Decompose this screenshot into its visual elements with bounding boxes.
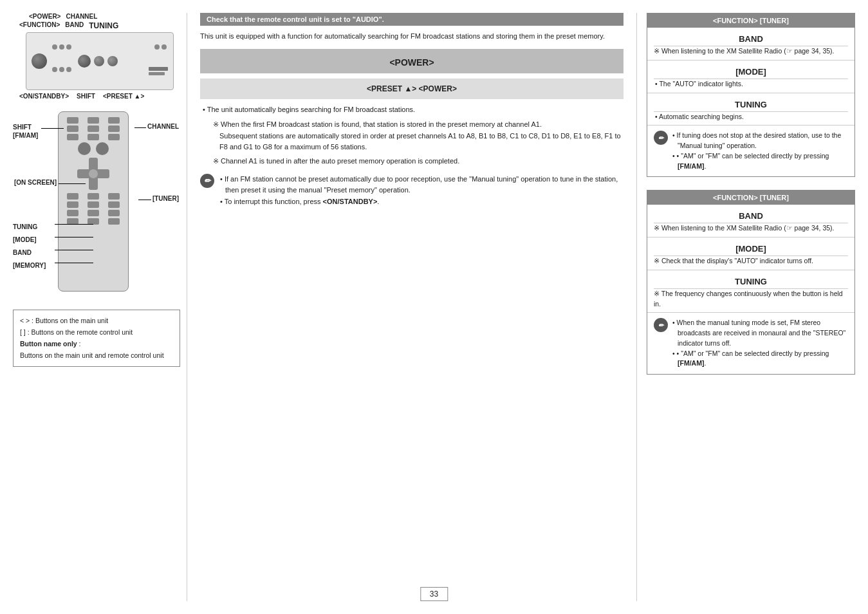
sub-title-preset-power: <PRESET ▲> <POWER> — [207, 84, 617, 93]
small-btn — [59, 44, 64, 50]
pencil-icon: ✏ — [200, 174, 214, 188]
tuning-note-1: Automatic searching begins. — [654, 112, 848, 122]
label-on-screen: [ON SCREEN] — [14, 179, 57, 186]
right-sub-tuning-2: TUNING The frequency changes continuousl… — [647, 270, 854, 313]
main-knob — [32, 53, 47, 69]
right-note1-b1: If tuning does not stop at the desired s… — [671, 131, 848, 151]
band-note-1: When listening to the XM Satellite Radio… — [654, 46, 848, 57]
r-btn — [88, 210, 99, 216]
vol-knob — [78, 55, 91, 68]
note-bullet2: To interrupt this function, press <ON/ST… — [217, 196, 623, 208]
r-round-btn — [78, 142, 91, 155]
r-btn — [108, 201, 120, 208]
r-btn — [88, 201, 99, 208]
labels-bottom-group: TUNING [MODE] BAND [MEMORY] — [13, 221, 46, 272]
band-title-2: BAND — [654, 208, 848, 223]
label-channel-r: CHANNEL — [147, 123, 179, 130]
label-shift: SHIFT — [77, 93, 95, 100]
note-content: If an FM station cannot be preset automa… — [217, 174, 623, 208]
tuning-title-2: TUNING — [654, 274, 848, 289]
tuning-note-2: The frequency changes continuously when … — [654, 289, 848, 310]
bullet-auto-search: The unit automatically begins searching … — [200, 104, 623, 116]
small-btn — [52, 67, 57, 72]
right-sub-mode-1: [MODE] The "AUTO" indicator lights. — [647, 60, 854, 93]
right-section-1-header: <FUNCTION> [TUNER] — [647, 14, 854, 28]
small-btn — [162, 44, 167, 50]
mid-header-bar: Check that the remote control unit is se… — [200, 13, 623, 26]
r-round-btn — [96, 142, 109, 155]
legend-bold: Button name only — [20, 340, 77, 348]
small-btn — [66, 44, 71, 50]
pencil-icon-right1: ✏ — [654, 131, 668, 145]
r-btn — [108, 126, 120, 132]
mode-note-1: The "AUTO" indicator lights. — [654, 79, 848, 89]
mode-title-1: [MODE] — [654, 64, 848, 79]
right-sub-band-1: BAND When listening to the XM Satellite … — [647, 28, 854, 60]
band-note-2: When listening to the XM Satellite Radio… — [654, 223, 848, 234]
legend-line4: Buttons on the main unit and remote cont… — [20, 350, 173, 362]
label-channel: CHANNEL — [66, 13, 97, 20]
right-note1-b2: • "AM" or "FM" can be selected directly … — [671, 151, 848, 172]
r-btn — [67, 126, 78, 132]
label-band: BAND — [65, 21, 84, 30]
r-btn — [67, 201, 78, 208]
r-btn — [67, 193, 78, 200]
right-sub-band-2: BAND When listening to the XM Satellite … — [647, 205, 854, 237]
right-note-box-1: ✏ If tuning does not stop at the desired… — [647, 126, 854, 176]
small-btn — [66, 67, 71, 72]
small-btn — [52, 44, 57, 50]
page-number: 33 — [420, 587, 448, 601]
right-column: <FUNCTION> [TUNER] BAND When listening t… — [636, 13, 855, 601]
mid-header-text: Check that the remote control unit is se… — [207, 15, 384, 23]
legend-line3: Button name only : — [20, 339, 173, 350]
legend-line1: < > : Buttons on the main unit — [20, 315, 173, 327]
r-btn — [108, 134, 120, 140]
note-bullet1: If an FM station cannot be preset automa… — [217, 174, 623, 196]
diagram-main-unit: <POWER> CHANNEL <FUNCTION> BAND TUNING — [13, 13, 180, 100]
small-btn — [59, 67, 64, 72]
label-shift-fm-am: SHIFT[FM/AM] — [13, 123, 38, 140]
band-title-1: BAND — [654, 31, 848, 46]
legend-line2: [ ] : Buttons on the remote control unit — [20, 327, 173, 339]
intro-text: This unit is equipped with a function fo… — [200, 31, 623, 42]
middle-column: Check that the remote control unit is se… — [187, 13, 636, 601]
mid-section-header: <POWER> — [200, 49, 623, 73]
mode-title-2: [MODE] — [654, 241, 848, 256]
fm-am-bold-2: [FM/AM] — [678, 359, 704, 367]
label-preset: <PRESET ▲> — [103, 93, 144, 100]
main-unit-diagram — [26, 32, 174, 90]
label-power: <POWER> — [29, 13, 60, 20]
power-section-title: <POWER> — [207, 57, 617, 68]
right-note2-b2: • "AM" or "FM" can be selected directly … — [671, 349, 848, 369]
fm-am-bold-1: [FM/AM] — [678, 162, 704, 170]
r-btn — [108, 218, 120, 225]
label-function: <FUNCTION> — [19, 21, 60, 30]
right-sub-tuning-1: TUNING Automatic searching begins. — [647, 93, 854, 126]
tuning-title-1: TUNING — [654, 97, 848, 112]
mode-note-2: Check that the display's "AUTO" indicato… — [654, 256, 848, 266]
label-on-standby: <ON/STANDBY> — [19, 93, 69, 100]
right-note2-b1: When the manual tuning mode is set, FM s… — [671, 318, 848, 348]
r-btn — [108, 210, 120, 216]
r-btn — [67, 117, 78, 124]
dpad-center — [89, 169, 98, 178]
preset-power-header: <PRESET ▲> <POWER> — [200, 79, 623, 99]
right-section-2-header: <FUNCTION> [TUNER] — [647, 191, 854, 205]
legend-box: < > : Buttons on the main unit [ ] : But… — [13, 310, 180, 367]
r-btn — [108, 117, 120, 124]
r-btn — [67, 210, 78, 216]
r-btn — [88, 134, 99, 140]
right-section-1: <FUNCTION> [TUNER] BAND When listening t… — [647, 13, 855, 177]
label-tuner: [TUNER] — [152, 195, 179, 202]
r-btn — [67, 134, 78, 140]
remote-body — [58, 111, 129, 292]
r-btn — [88, 126, 99, 132]
display-bar2 — [149, 72, 165, 75]
pencil-icon-right2: ✏ — [654, 318, 668, 332]
diagram-remote: SHIFT[FM/AM] CHANNEL [ON SCREEN] [TUNER] — [13, 111, 180, 298]
r-btn — [88, 117, 99, 124]
right-section-2: <FUNCTION> [TUNER] BAND When listening t… — [647, 190, 855, 375]
label-tuning: TUNING — [89, 21, 118, 30]
note-subsequent: Subsequent stations are automatically st… — [207, 131, 623, 153]
right-note-content-1: If tuning does not stop at the desired s… — [671, 131, 848, 171]
